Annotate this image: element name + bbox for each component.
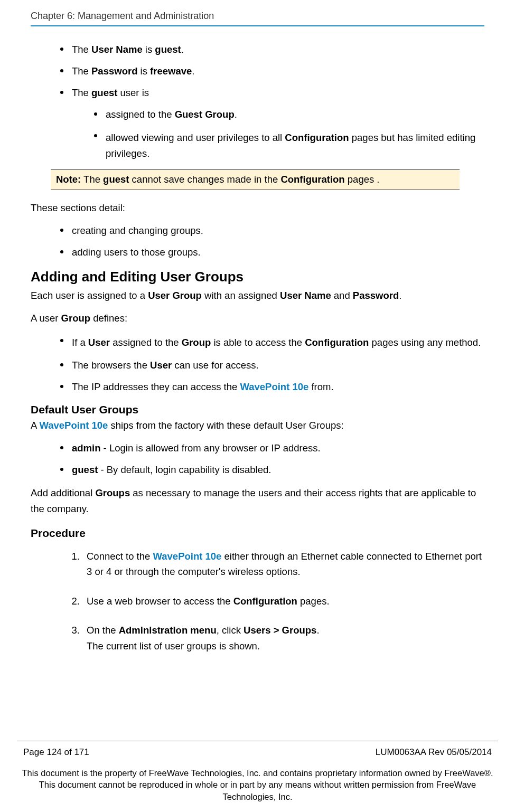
list-item: The Password is freewave. bbox=[60, 65, 484, 78]
text-bold: Users > Groups bbox=[244, 625, 316, 636]
heading-default-groups: Default User Groups bbox=[31, 402, 484, 417]
text: , click bbox=[217, 625, 244, 636]
wavepoint-link[interactable]: WavePoint 10e bbox=[39, 420, 108, 431]
heading-procedure: Procedure bbox=[31, 526, 484, 541]
legal-notice: This document is the property of FreeWav… bbox=[17, 767, 498, 802]
text-bold: Guest Group bbox=[175, 109, 235, 120]
text-bold: Password bbox=[353, 290, 399, 301]
list-item: The IP addresses they can access the Wav… bbox=[60, 381, 484, 394]
text: The bbox=[72, 44, 91, 55]
procedure-step: On the Administration menu, click Users … bbox=[82, 622, 484, 654]
text: A user bbox=[31, 313, 61, 324]
text: . bbox=[181, 44, 184, 55]
list-item: The guest user is assigned to the Guest … bbox=[60, 87, 484, 161]
text: - Login is allowed from any browser or I… bbox=[100, 442, 320, 454]
text: . bbox=[192, 65, 194, 77]
list-item: adding users to those groups. bbox=[60, 246, 484, 259]
text: is able to access the bbox=[211, 337, 305, 348]
text: and bbox=[331, 290, 353, 301]
paragraph: A WavePoint 10e ships from the factory w… bbox=[31, 419, 484, 432]
text: allowed viewing and user privileges to a… bbox=[106, 132, 285, 143]
text: . bbox=[399, 290, 401, 301]
page-header: Chapter 6: Management and Administration bbox=[31, 10, 484, 22]
text-bold: Administration menu bbox=[119, 625, 217, 636]
list-item: creating and changing groups. bbox=[60, 224, 484, 238]
text-bold: Group bbox=[61, 313, 91, 324]
text: On the bbox=[87, 625, 119, 636]
text-bold: Group bbox=[182, 337, 211, 348]
text-bold: Configuration bbox=[280, 174, 344, 185]
list-item: assigned to the Guest Group. bbox=[94, 108, 484, 121]
list-item: allowed viewing and user privileges to a… bbox=[94, 130, 484, 161]
text: pages . bbox=[345, 174, 380, 185]
text: If a bbox=[72, 337, 88, 348]
list-item: The browsers the User can use for access… bbox=[60, 359, 484, 372]
text: The browsers the bbox=[72, 360, 150, 371]
text-bold: User Name bbox=[280, 290, 331, 301]
text-bold: Configuration bbox=[233, 596, 297, 607]
wavepoint-link[interactable]: WavePoint 10e bbox=[153, 551, 221, 562]
text: is bbox=[143, 44, 155, 55]
text: - By default, login capability is disabl… bbox=[98, 464, 271, 475]
text: assigned to the bbox=[110, 337, 182, 348]
text: defines: bbox=[90, 313, 127, 324]
text: The IP addresses they can access the bbox=[72, 381, 240, 392]
note-label: Note: bbox=[56, 174, 81, 185]
text: cannot save changes made in the bbox=[129, 174, 280, 185]
text: The bbox=[81, 174, 103, 185]
paragraph: Add additional Groups as necessary to ma… bbox=[31, 485, 484, 516]
text: . bbox=[235, 109, 237, 120]
text: with an assigned bbox=[202, 290, 280, 301]
paragraph: These sections detail: bbox=[31, 202, 484, 215]
default-groups-list: admin - Login is allowed from any browse… bbox=[60, 442, 484, 477]
text-bold: guest bbox=[91, 87, 117, 98]
text: ships from the factory with these defaul… bbox=[108, 420, 343, 431]
text: Add additional bbox=[31, 487, 95, 498]
paragraph: Each user is assigned to a User Group wi… bbox=[31, 289, 484, 303]
text: The current list of user groups is shown… bbox=[87, 640, 260, 652]
text: . bbox=[316, 625, 319, 636]
text-bold: User Group bbox=[148, 290, 202, 301]
text: A bbox=[31, 420, 39, 431]
header-rule bbox=[31, 25, 484, 26]
text: pages using any method. bbox=[369, 337, 481, 348]
wavepoint-link[interactable]: WavePoint 10e bbox=[240, 381, 308, 392]
group-defines-list: If a User assigned to the Group is able … bbox=[60, 335, 484, 394]
procedure-list: Connect to the WavePoint 10e either thro… bbox=[82, 549, 484, 654]
text: The bbox=[72, 87, 91, 98]
list-item: admin - Login is allowed from any browse… bbox=[60, 442, 484, 455]
text-bold: guest bbox=[155, 44, 181, 55]
paragraph: A user Group defines: bbox=[31, 312, 484, 325]
text: Connect to the bbox=[87, 551, 153, 562]
procedure-step: Use a web browser to access the Configur… bbox=[82, 593, 484, 609]
footer-rule bbox=[17, 741, 498, 741]
text-bold: User bbox=[88, 337, 110, 348]
text-bold: User bbox=[150, 360, 172, 371]
text: from. bbox=[308, 381, 333, 392]
text-bold: admin bbox=[72, 442, 100, 454]
text-bold: Configuration bbox=[305, 337, 369, 348]
text: assigned to the bbox=[106, 109, 175, 120]
sections-list: creating and changing groups. adding use… bbox=[60, 224, 484, 259]
text: The bbox=[72, 65, 91, 77]
text: can use for access. bbox=[172, 360, 259, 371]
list-item: The User Name is guest. bbox=[60, 43, 484, 56]
list-item: guest - By default, login capability is … bbox=[60, 464, 484, 477]
list-item: If a User assigned to the Group is able … bbox=[60, 335, 484, 351]
text-bold: Groups bbox=[95, 487, 130, 498]
page-footer: Page 124 of 171 LUM0063AA Rev 05/05/2014… bbox=[0, 741, 515, 802]
text-bold: guest bbox=[72, 464, 98, 475]
doc-revision: LUM0063AA Rev 05/05/2014 bbox=[376, 747, 492, 759]
text: Use a web browser to access the bbox=[87, 596, 233, 607]
text: Each user is assigned to a bbox=[31, 290, 148, 301]
text-bold: freewave bbox=[150, 65, 192, 77]
text: pages. bbox=[297, 596, 330, 607]
text-bold: Password bbox=[91, 65, 137, 77]
procedure-step: Connect to the WavePoint 10e either thro… bbox=[82, 549, 484, 580]
text-bold: guest bbox=[103, 174, 129, 185]
note-callout: Note: The guest cannot save changes made… bbox=[51, 169, 460, 190]
text-bold: User Name bbox=[91, 44, 143, 55]
heading-adding-editing: Adding and Editing User Groups bbox=[31, 268, 484, 286]
intro-list: The User Name is guest. The Password is … bbox=[60, 43, 484, 161]
text: user is bbox=[117, 87, 149, 98]
